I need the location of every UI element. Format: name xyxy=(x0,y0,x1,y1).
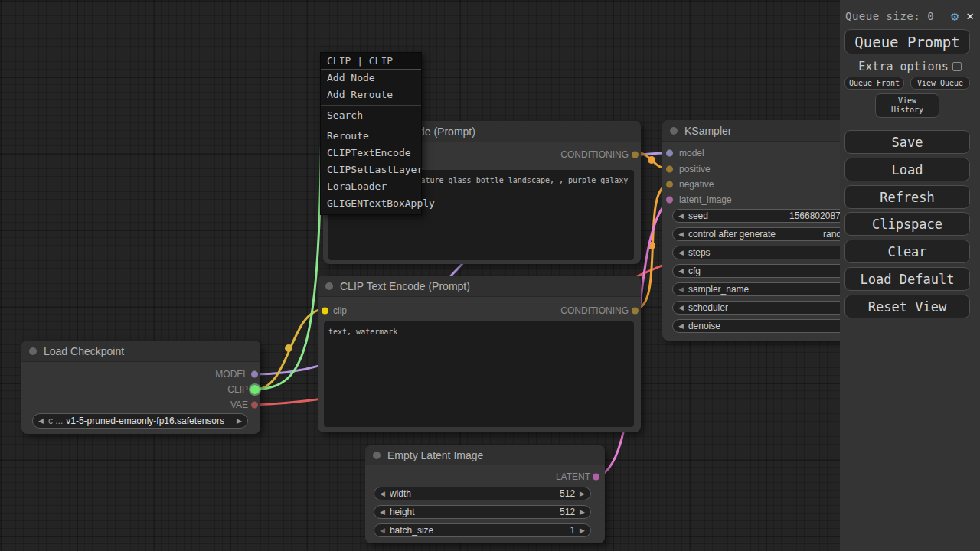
positive-input-label: positive xyxy=(679,164,710,174)
menu-item-cliptextencode[interactable]: CLIPTextEncode xyxy=(321,145,421,161)
decrement-icon[interactable]: ◀ xyxy=(678,323,684,330)
widget-value: 512 xyxy=(560,488,580,499)
conditioning-output-port[interactable] xyxy=(632,152,639,158)
extra-options-label: Extra options xyxy=(858,60,948,73)
node-title: KSampler xyxy=(684,125,731,137)
positive-input-port[interactable] xyxy=(666,166,673,173)
latent-image-input-label: latent_image xyxy=(679,194,732,205)
clip-input-port[interactable] xyxy=(322,308,328,315)
close-icon[interactable]: ✕ xyxy=(966,10,974,22)
collapse-dot-icon[interactable] xyxy=(373,452,381,459)
queue-prompt-button[interactable]: Queue Prompt xyxy=(844,29,970,54)
settings-gear-icon[interactable]: ⚙ xyxy=(951,10,959,23)
comfy-menu-panel: Queue size: 0 ⚙ ✕ Queue Prompt Extra opt… xyxy=(840,0,980,551)
latent-output-port[interactable] xyxy=(593,474,599,481)
widget-label: width xyxy=(390,488,411,499)
conditioning-output-port[interactable] xyxy=(632,308,639,315)
widget-label: steps xyxy=(688,247,710,258)
increment-icon[interactable]: ▶ xyxy=(580,491,585,497)
collapse-dot-icon[interactable] xyxy=(325,282,333,290)
next-value-icon[interactable]: ▶ xyxy=(237,418,242,425)
widget-label: batch_size xyxy=(390,525,433,536)
menu-separator xyxy=(321,126,421,126)
load-default-button[interactable]: Load Default xyxy=(844,267,970,291)
model-output-port[interactable] xyxy=(251,371,258,378)
ckpt-name-widget[interactable]: ◀ c ... v1-5-pruned-emaonly-fp16.safeten… xyxy=(32,413,248,429)
widget-value: 512 xyxy=(560,507,580,517)
model-output-label: MODEL xyxy=(215,369,248,380)
height-widget[interactable]: ◀ height 512 ▶ xyxy=(374,505,591,519)
negative-input-port[interactable] xyxy=(666,181,673,188)
decrement-icon[interactable]: ◀ xyxy=(380,527,385,534)
view-queue-button[interactable]: View Queue xyxy=(910,77,970,90)
menu-separator xyxy=(321,105,421,106)
node-empty-latent-image[interactable]: Empty Latent Image LATENT ◀ width 512 ▶ … xyxy=(365,445,605,543)
latent-output-label: LATENT xyxy=(556,471,590,482)
vae-output-port[interactable] xyxy=(251,402,258,409)
view-history-button[interactable]: View History xyxy=(875,93,939,118)
widget-label: denoise xyxy=(688,321,720,331)
queue-size-label: Queue size: 0 xyxy=(845,10,934,22)
menu-item-loraloader[interactable]: LoraLoader xyxy=(321,178,421,195)
clip-input-label: clip xyxy=(333,305,347,316)
menu-item-add-reroute[interactable]: Add Reroute xyxy=(321,86,421,103)
decrement-icon[interactable]: ◀ xyxy=(380,509,385,516)
model-input-port[interactable] xyxy=(666,150,673,157)
node-title-bar[interactable]: Empty Latent Image xyxy=(365,445,605,465)
decrement-icon[interactable]: ◀ xyxy=(380,491,385,497)
widget-label: height xyxy=(390,507,415,517)
menu-item-clipsetlastlayer[interactable]: CLIPSetLastLayer xyxy=(321,161,421,178)
widget-label: scheduler xyxy=(688,302,728,313)
menu-item-gligentextboxapply[interactable]: GLIGENTextBoxApply xyxy=(321,195,421,212)
clear-button[interactable]: Clear xyxy=(844,240,970,263)
vae-output-label: VAE xyxy=(230,399,248,410)
prev-value-icon[interactable]: ◀ xyxy=(38,418,44,425)
decrement-icon[interactable]: ◀ xyxy=(678,231,684,238)
widget-value: v1-5-pruned-emaonly-fp16.safetensors xyxy=(66,416,224,426)
model-input-label: model xyxy=(679,148,704,158)
menu-item-search[interactable]: Search xyxy=(321,107,421,124)
collapse-dot-icon[interactable] xyxy=(29,347,37,355)
widget-value: 1 xyxy=(570,525,580,536)
decrement-icon[interactable]: ◀ xyxy=(678,305,684,311)
save-button[interactable]: Save xyxy=(844,130,970,154)
node-title: Load Checkpoint xyxy=(44,345,124,357)
node-load-checkpoint[interactable]: Load Checkpoint MODEL CLIP VAE ◀ c ... v… xyxy=(21,341,260,434)
node-title: CLIP Text Encode (Prompt) xyxy=(340,280,470,292)
collapse-dot-icon[interactable] xyxy=(670,127,678,135)
node-title-bar[interactable]: CLIP Text Encode (Prompt) xyxy=(318,276,641,297)
context-menu: CLIP | CLIP Add Node Add Reroute Search … xyxy=(320,52,422,215)
menu-item-add-node[interactable]: Add Node xyxy=(321,70,421,86)
reset-view-button[interactable]: Reset View xyxy=(844,295,970,318)
latent-image-input-port[interactable] xyxy=(666,197,673,204)
decrement-icon[interactable]: ◀ xyxy=(678,249,684,256)
widget-label: sampler_name xyxy=(688,284,749,295)
prompt-textarea[interactable]: text, watermark xyxy=(324,321,634,427)
conditioning-output-label: CONDITIONING xyxy=(560,149,629,160)
node-title-bar[interactable]: Load Checkpoint xyxy=(21,341,260,362)
clip-output-label: CLIP xyxy=(227,384,248,395)
decrement-icon[interactable]: ◀ xyxy=(678,286,684,293)
widget-label: seed xyxy=(688,210,708,221)
batch-size-widget[interactable]: ◀ batch_size 1 ▶ xyxy=(374,523,591,537)
clipspace-button[interactable]: Clipspace xyxy=(844,212,970,236)
refresh-button[interactable]: Refresh xyxy=(844,185,970,209)
conditioning-output-label: CONDITIONING xyxy=(560,305,629,316)
decrement-icon[interactable]: ◀ xyxy=(678,268,684,275)
clip-output-port[interactable] xyxy=(250,385,260,394)
increment-icon[interactable]: ▶ xyxy=(580,509,585,516)
menu-item-reroute[interactable]: Reroute xyxy=(321,128,421,145)
decrement-icon[interactable]: ◀ xyxy=(678,213,684,220)
node-clip-text-encode-negative[interactable]: CLIP Text Encode (Prompt) clip CONDITION… xyxy=(318,276,641,432)
widget-label-truncated: c ... xyxy=(48,416,63,426)
widget-label: control after generate xyxy=(688,229,776,240)
negative-input-label: negative xyxy=(679,179,714,190)
widget-label: cfg xyxy=(688,266,701,276)
context-menu-title: CLIP | CLIP xyxy=(321,53,421,70)
extra-options-checkbox[interactable] xyxy=(952,62,962,71)
node-title: Empty Latent Image xyxy=(387,449,483,461)
load-button[interactable]: Load xyxy=(844,158,970,181)
queue-front-button[interactable]: Queue Front xyxy=(844,77,904,90)
increment-icon[interactable]: ▶ xyxy=(580,527,585,534)
width-widget[interactable]: ◀ width 512 ▶ xyxy=(374,487,591,500)
